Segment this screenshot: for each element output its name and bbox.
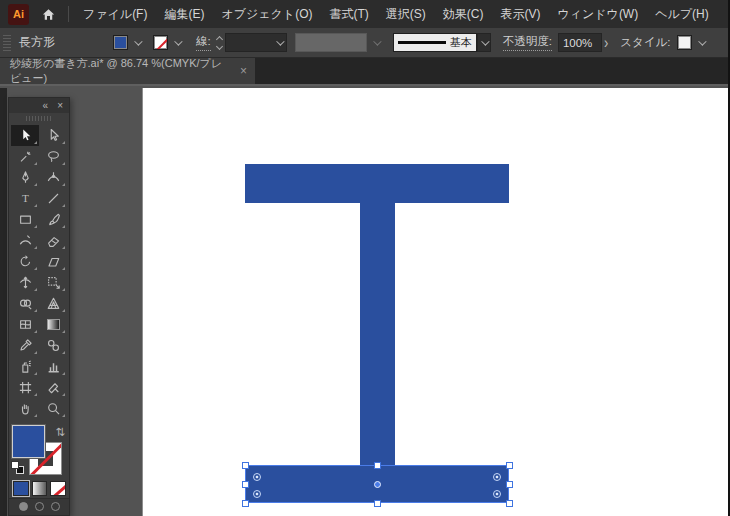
stroke-weight-stepper[interactable]: [217, 37, 222, 49]
hand-tool-icon[interactable]: [11, 398, 39, 419]
document-tab[interactable]: 紗綾形の書き方.ai* @ 86.74 %(CMYK/プレビュー) ×: [0, 58, 255, 84]
fill-color-swatch[interactable]: [113, 35, 128, 50]
shaper-tool-icon[interactable]: [11, 230, 39, 251]
selection-handle-5[interactable]: [242, 500, 249, 507]
menu-item-0[interactable]: ファイル(F): [83, 6, 147, 23]
selection-tool-icon[interactable]: [11, 125, 39, 146]
live-corner-widget-1[interactable]: [493, 473, 501, 481]
i-beam-top-bar[interactable]: [245, 164, 509, 203]
pen-tool-icon[interactable]: [11, 167, 39, 188]
swap-fill-stroke-icon[interactable]: ⇄: [54, 427, 67, 436]
gradient-tool-icon[interactable]: [39, 314, 67, 335]
selection-handle-1[interactable]: [374, 462, 381, 469]
eyedropper-tool-icon[interactable]: [11, 335, 39, 356]
menu-item-5[interactable]: 効果(C): [443, 6, 484, 23]
tools-panel-grip[interactable]: [9, 113, 69, 123]
menu-item-2[interactable]: オブジェクト(O): [221, 6, 312, 23]
slice-tool-icon[interactable]: [39, 377, 67, 398]
selection-handle-3[interactable]: [242, 481, 249, 488]
control-bar: 長方形 線: 基本 不透明度: 100% › スタイル:: [0, 28, 730, 58]
control-bar-grip-icon: [3, 35, 11, 51]
fill-stroke-widget: ⇄: [9, 423, 69, 478]
eraser-tool-icon[interactable]: [39, 230, 67, 251]
tool-grid: T: [9, 123, 69, 421]
symbol-sprayer-tool-icon[interactable]: [11, 356, 39, 377]
menu-item-6[interactable]: 表示(V): [500, 6, 540, 23]
paintbrush-tool-icon[interactable]: [39, 209, 67, 230]
width-tool-icon[interactable]: [11, 272, 39, 293]
brush-stroke-preview: [398, 41, 446, 44]
zoom-tool-icon[interactable]: [39, 398, 67, 419]
perspective-grid-tool-icon[interactable]: [39, 293, 67, 314]
scale-tool-icon[interactable]: [39, 251, 67, 272]
curvature-tool-icon[interactable]: [39, 167, 67, 188]
selected-object-label: 長方形: [19, 34, 55, 51]
tools-panel-header: « ×: [9, 98, 69, 113]
width-profile-chevron-icon: [369, 34, 383, 52]
lasso-tool-icon[interactable]: [39, 146, 67, 167]
fill-indicator[interactable]: [12, 425, 45, 458]
brush-definition-dropdown[interactable]: 基本: [393, 33, 477, 52]
tab-close-icon[interactable]: ×: [240, 65, 247, 77]
default-fill-stroke-icon[interactable]: [11, 461, 24, 474]
shape-builder-tool-icon[interactable]: [11, 293, 39, 314]
stroke-dropdown-chevron-icon[interactable]: [170, 34, 184, 52]
magic-wand-tool-icon[interactable]: [11, 146, 39, 167]
apply-none-button[interactable]: [50, 481, 66, 496]
style-chevron-icon[interactable]: [694, 34, 708, 52]
rotate-tool-icon[interactable]: [11, 251, 39, 272]
drawing-modes-bar: [9, 498, 69, 515]
live-corner-widget-3[interactable]: [493, 490, 501, 498]
brush-name: 基本: [450, 35, 472, 50]
selection-handle-6[interactable]: [374, 500, 381, 507]
draw-behind-mode-icon[interactable]: [35, 502, 44, 511]
opacity-field[interactable]: 100%: [558, 33, 602, 52]
selection-center-point[interactable]: [374, 481, 381, 488]
selection-handle-4[interactable]: [506, 481, 513, 488]
menu-item-3[interactable]: 書式(T): [329, 6, 368, 23]
fill-dropdown-chevron-icon[interactable]: [130, 34, 144, 52]
menu-item-1[interactable]: 編集(E): [164, 6, 204, 23]
apply-color-button[interactable]: [13, 481, 29, 496]
selection-handle-7[interactable]: [506, 500, 513, 507]
width-profile-dropdown: [295, 33, 367, 52]
direct-selection-tool-icon[interactable]: [39, 125, 67, 146]
live-corner-widget-0[interactable]: [253, 473, 261, 481]
live-corner-widget-2[interactable]: [253, 490, 261, 498]
menu-item-7[interactable]: ウィンドウ(W): [557, 6, 638, 23]
style-swatch[interactable]: [677, 35, 692, 50]
home-icon[interactable]: [41, 7, 56, 22]
draw-normal-mode-icon[interactable]: [19, 502, 28, 511]
selection-handle-2[interactable]: [506, 462, 513, 469]
menu-item-8[interactable]: ヘルプ(H): [655, 6, 709, 23]
brush-chevron-icon[interactable]: [477, 33, 491, 52]
apply-gradient-button[interactable]: [32, 481, 48, 496]
line-segment-tool-icon[interactable]: [39, 188, 67, 209]
style-label: スタイル:: [620, 35, 670, 50]
rectangle-tool-icon[interactable]: [11, 209, 39, 230]
blend-tool-icon[interactable]: [39, 335, 67, 356]
opacity-panel-chevron-icon[interactable]: ›: [604, 34, 608, 52]
stroke-color-swatch[interactable]: [153, 35, 168, 50]
stroke-weight-combobox[interactable]: [225, 33, 287, 52]
selection-handle-0[interactable]: [242, 462, 249, 469]
menu-bar: Ai ファイル(F)編集(E)オブジェクト(O)書式(T)選択(S)効果(C)表…: [0, 0, 730, 28]
apply-color-buttons: [9, 478, 69, 498]
mesh-tool-icon[interactable]: [11, 314, 39, 335]
menu-item-4[interactable]: 選択(S): [386, 6, 426, 23]
graph-tool-icon[interactable]: [39, 356, 67, 377]
free-transform-tool-icon[interactable]: [39, 272, 67, 293]
opacity-label[interactable]: 不透明度:: [503, 34, 552, 51]
stroke-weight-label[interactable]: 線:: [196, 34, 211, 51]
panel-collapse-icon[interactable]: «: [43, 100, 49, 111]
type-tool-icon[interactable]: T: [11, 188, 39, 209]
i-beam-stem[interactable]: [360, 203, 395, 465]
panel-close-icon[interactable]: ×: [57, 100, 63, 111]
draw-inside-mode-icon[interactable]: [51, 502, 60, 511]
tools-panel: « × T ⇄: [8, 97, 70, 516]
document-tab-bar: 紗綾形の書き方.ai* @ 86.74 %(CMYK/プレビュー) ×: [0, 58, 730, 86]
menu-items: ファイル(F)編集(E)オブジェクト(O)書式(T)選択(S)効果(C)表示(V…: [83, 6, 709, 23]
menubar-separator: [68, 6, 69, 22]
artboard-tool-icon[interactable]: [11, 377, 39, 398]
document-tab-title: 紗綾形の書き方.ai* @ 86.74 %(CMYK/プレビュー): [10, 56, 231, 86]
